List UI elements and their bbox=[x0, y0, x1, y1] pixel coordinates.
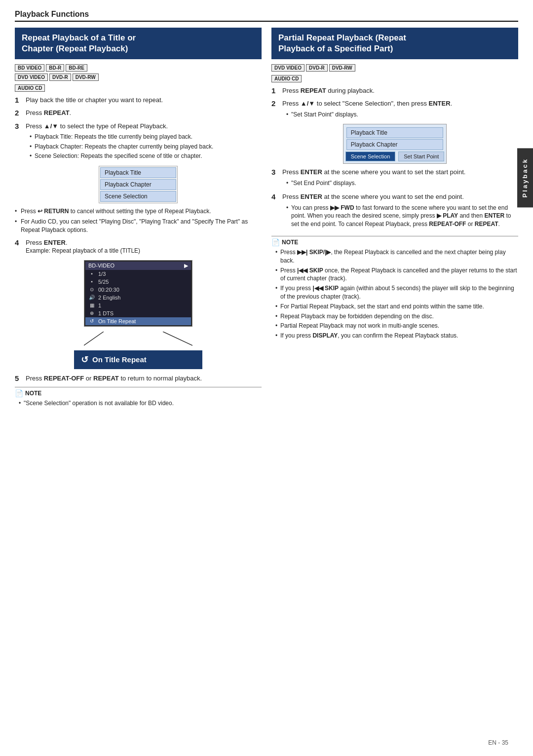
svg-line-0 bbox=[84, 332, 104, 345]
right-steps: 1 Press REPEAT during playback. 2 Press … bbox=[271, 86, 518, 120]
right-note-bullets: Press ▶▶| SKIP/|▶, the Repeat Playback i… bbox=[275, 248, 518, 340]
right-note-title-text: NOTE bbox=[282, 239, 298, 246]
right-step2-bullet-1: "Set Start Point" displays. bbox=[286, 111, 518, 119]
right-note-bullet-2: Press |◀◀ SKIP once, the Repeat Playback… bbox=[275, 266, 518, 283]
right-step-3-container: 3 Press ENTER at the scene where you wan… bbox=[271, 168, 518, 189]
partial-menu-bottom: Scene Selection Set Start Point bbox=[345, 151, 444, 161]
right-step-4-container: 4 Press ENTER at the scene where you wan… bbox=[271, 192, 518, 230]
menu-playback-title: Playback Title bbox=[100, 167, 176, 178]
badge-dvd-r: DVD-R bbox=[49, 74, 71, 81]
dvd-menu: BD-VIDEO ▶ ▪ 1/3 ▪ 5/25 ⊙ 00:20:30 bbox=[84, 260, 192, 327]
dvd-row-2: ▪ 5/25 bbox=[85, 278, 191, 286]
left-note-bullet-1: "Scene Selection" operation is not avail… bbox=[19, 399, 262, 408]
dvd-row-3: ⊙ 00:20:30 bbox=[85, 286, 191, 294]
dvd-menu-diagram: BD-VIDEO ▶ ▪ 1/3 ▪ 5/25 ⊙ 00:20:30 bbox=[84, 260, 192, 346]
right-step-2: 2 Press ▲/▼ to select "Scene Selection",… bbox=[271, 99, 518, 120]
right-note-bullet-4: For Partial Repeat Playback, set the sta… bbox=[275, 302, 518, 311]
partial-menu-title: Playback Title bbox=[346, 127, 443, 138]
badge-bd-r: BD-R bbox=[46, 64, 64, 72]
left-note: 📄 NOTE "Scene Selection" operation is no… bbox=[15, 387, 262, 408]
right-note-bullet-7: If you press DISPLAY, you can confirm th… bbox=[275, 332, 518, 340]
right-column: Partial Repeat Playback (Repeat Playback… bbox=[271, 28, 518, 341]
partial-menu-chapter: Playback Chapter bbox=[346, 139, 443, 150]
left-steps: 1 Play back the title or chapter you wan… bbox=[15, 96, 262, 162]
dvd-row-1: ▪ 1/3 bbox=[85, 270, 191, 278]
on-title-repeat-box: ↺ On Title Repeat bbox=[74, 350, 202, 369]
dvd-menu-header: BD-VIDEO ▶ bbox=[85, 262, 191, 270]
right-note-bullet-5: Repeat Playback may be forbidden dependi… bbox=[275, 312, 518, 321]
example-label: Example: Repeat playback of a title (TIT… bbox=[26, 247, 262, 254]
right-badge-dvd-video: DVD VIDEO bbox=[271, 64, 305, 72]
step-4-container: 4 Press ENTER. Example: Repeat playback … bbox=[15, 238, 262, 255]
bullet-scene-selection: Scene Selection: Repeats the specified s… bbox=[30, 152, 262, 160]
badge-dvd-rw: DVD-RW bbox=[73, 74, 99, 81]
right-step2-bullets: "Set Start Point" displays. bbox=[286, 111, 518, 119]
left-badge-audio: AUDIO CD bbox=[15, 83, 262, 92]
left-column: Repeat Playback of a Title or Chapter (R… bbox=[15, 28, 262, 409]
partial-menu-box: Playback Title Playback Chapter Scene Se… bbox=[343, 124, 447, 164]
left-note-bullets: "Scene Selection" operation is not avail… bbox=[19, 399, 262, 408]
partial-set-start: Set Start Point bbox=[398, 151, 444, 161]
sidebar-tab: Playback bbox=[517, 148, 533, 207]
bullet-playback-chapter: Playback Chapter: Repeats the chapter cu… bbox=[30, 143, 262, 151]
dvd-row-5: ▦ 1 bbox=[85, 302, 191, 309]
right-badge-row1: DVD VIDEO DVD-R DVD-RW bbox=[271, 64, 518, 72]
right-note-bullet-6: Partial Repeat Playback may not work in … bbox=[275, 322, 518, 330]
step-2: 2 Press REPEAT. bbox=[15, 109, 262, 117]
right-badge-dvd-rw: DVD-RW bbox=[329, 64, 355, 72]
right-note: 📄 NOTE Press ▶▶| SKIP/|▶, the Repeat Pla… bbox=[271, 236, 518, 340]
repeat-menu-box: Playback Title Playback Chapter Scene Se… bbox=[99, 166, 178, 203]
badge-audio-cd: AUDIO CD bbox=[15, 84, 45, 92]
menu-scene-selection: Scene Selection bbox=[100, 191, 176, 202]
note-icon: 📄 bbox=[15, 389, 23, 397]
step-3: 3 Press ▲/▼ to select the type of Repeat… bbox=[15, 122, 262, 162]
menu-playback-chapter: Playback Chapter bbox=[100, 179, 176, 190]
partial-scene-selection: Scene Selection bbox=[345, 151, 396, 161]
right-note-bullet-1: Press ▶▶| SKIP/|▶, the Repeat Playback i… bbox=[275, 248, 518, 265]
step-1: 1 Play back the title or chapter you wan… bbox=[15, 96, 262, 105]
partial-menu-diagram: Playback Title Playback Chapter Scene Se… bbox=[271, 124, 518, 164]
left-badge-row1: BD VIDEO BD-R BD-RE bbox=[15, 64, 262, 72]
sub-bullet-return: Press ↩ RETURN to cancel without setting… bbox=[15, 207, 262, 216]
bullet-playback-title: Playback Title: Repeats the title curren… bbox=[30, 133, 262, 141]
svg-line-1 bbox=[163, 332, 192, 345]
right-step3-bullet: "Set End Point" displays. bbox=[286, 179, 518, 188]
note-title-text: NOTE bbox=[25, 390, 41, 397]
right-step4-bullet: You can press ▶▶ FWD to fast forward to … bbox=[286, 204, 518, 228]
right-step4-bullets: You can press ▶▶ FWD to fast forward to … bbox=[286, 204, 518, 228]
right-note-bullet-3: If you press |◀◀ SKIP again (within abou… bbox=[275, 284, 518, 301]
step-5-container: 5 Press REPEAT-OFF or REPEAT to return t… bbox=[15, 374, 262, 383]
arrow-diagram bbox=[84, 332, 192, 346]
on-title-repeat-label: On Title Repeat bbox=[92, 355, 147, 364]
dvd-row-6: ⊕ 1 DTS bbox=[85, 309, 191, 317]
left-badge-row2: DVD VIDEO DVD-R DVD-RW bbox=[15, 74, 262, 81]
dvd-row-4: 🔊 2 English bbox=[85, 294, 191, 302]
dvd-row-repeat: ↺ On Title Repeat bbox=[85, 317, 191, 325]
repeat-icon: ↺ bbox=[81, 354, 88, 365]
right-badge-audio: AUDIO CD bbox=[271, 74, 518, 82]
page-number: EN - 35 bbox=[488, 739, 508, 746]
step3-bullets: Playback Title: Repeats the title curren… bbox=[30, 133, 262, 160]
badge-dvd-video: DVD VIDEO bbox=[15, 74, 48, 81]
right-badge-dvd-r: DVD-R bbox=[306, 64, 328, 72]
badge-bd-re: BD-RE bbox=[66, 64, 87, 72]
right-badge-audio-cd: AUDIO CD bbox=[271, 75, 302, 82]
partial-menu-top: Playback Title Playback Chapter bbox=[345, 127, 444, 150]
page-title: Playback Functions bbox=[15, 10, 518, 22]
right-section-header: Partial Repeat Playback (Repeat Playback… bbox=[271, 28, 518, 59]
badge-bd-video: BD VIDEO bbox=[15, 64, 44, 72]
sub-bullet-audio-cd: For Audio CD, you can select "Playing Di… bbox=[15, 218, 262, 234]
right-step-1: 1 Press REPEAT during playback. bbox=[271, 86, 518, 95]
sub-bullets: Press ↩ RETURN to cancel without setting… bbox=[15, 207, 262, 234]
right-step3-bullets: "Set End Point" displays. bbox=[286, 179, 518, 188]
right-note-icon: 📄 bbox=[271, 238, 280, 246]
left-section-header: Repeat Playback of a Title or Chapter (R… bbox=[15, 28, 262, 59]
